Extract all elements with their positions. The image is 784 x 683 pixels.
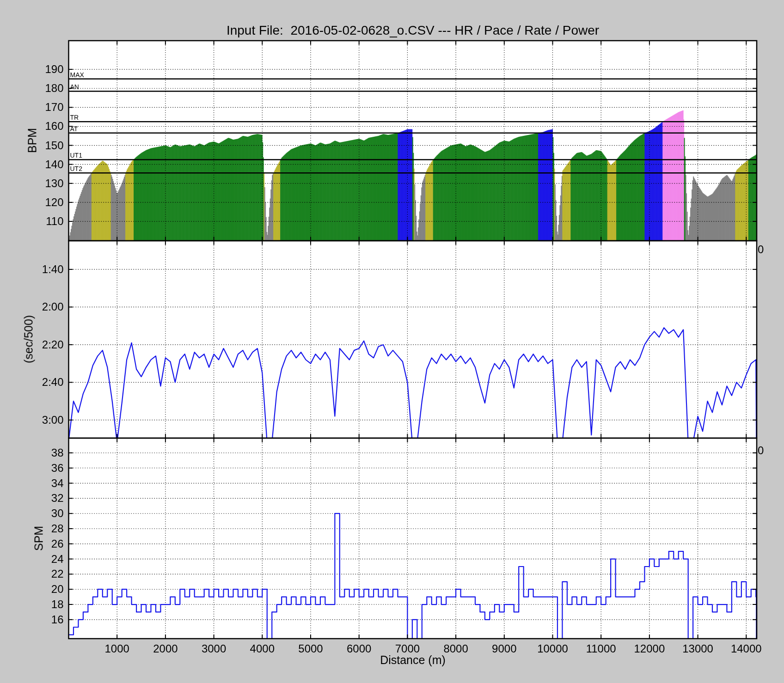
spm-axis-label: SPM	[33, 526, 45, 551]
x-axis-label: Distance (m)	[380, 654, 446, 666]
charts-canvas	[0, 0, 784, 683]
hr-axis-label: BPM	[27, 128, 38, 153]
chart-title: Input File: 2016-05-02-0628_o.CSV --- HR…	[227, 24, 599, 37]
figure: Input File: 2016-05-02-0628_o.CSV --- HR…	[0, 0, 784, 683]
pace-axis-label: (sec/500)	[23, 315, 35, 363]
